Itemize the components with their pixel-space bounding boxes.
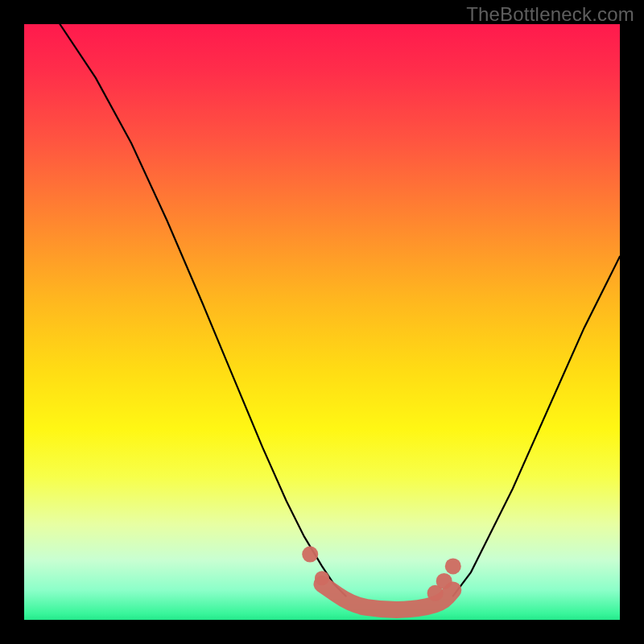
curve-left: [60, 24, 345, 596]
watermark-text: TheBottleneck.com: [466, 3, 634, 26]
curve-right: [453, 257, 620, 597]
chart-svg: [24, 24, 620, 620]
marker-dot: [315, 571, 329, 585]
chart-container: TheBottleneck.com: [0, 0, 644, 644]
marker-dot: [302, 547, 318, 563]
marker-dot: [436, 573, 452, 589]
marker-dot: [445, 558, 461, 574]
plot-area: [24, 24, 620, 620]
